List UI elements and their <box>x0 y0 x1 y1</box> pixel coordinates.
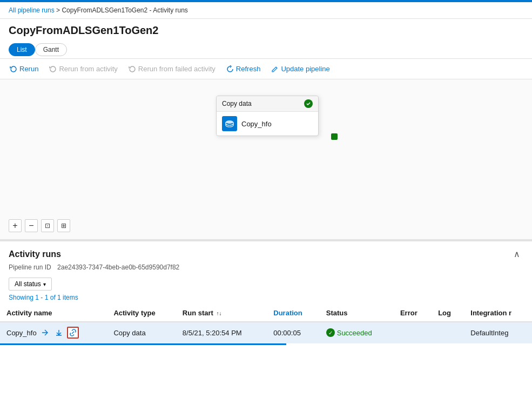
table-row[interactable]: Copy_hfo <box>0 322 532 343</box>
zoom-controls: + − ⊡ ⊞ <box>9 219 70 232</box>
rerun-from-failed-button[interactable]: Rerun from failed activity <box>123 62 221 76</box>
cell-log <box>432 322 464 343</box>
tab-gantt[interactable]: Gantt <box>35 43 67 56</box>
sort-icon: ↑↓ <box>217 310 222 316</box>
copy-data-icon <box>222 116 237 131</box>
cell-duration: 00:00:05 <box>267 322 319 343</box>
frame-button[interactable]: ⊞ <box>57 219 70 232</box>
showing-text: Showing 1 - 1 of 1 items <box>0 293 532 305</box>
breadcrumb-link[interactable]: All pipeline runs <box>9 6 55 14</box>
table-container: Activity name Activity type Run start ↑↓… <box>0 305 532 345</box>
activity-runs-title: Activity runs <box>9 249 61 259</box>
col-status: Status <box>320 305 394 322</box>
success-icon: ✓ <box>326 328 335 337</box>
filter-button[interactable]: All status ▾ <box>9 278 52 291</box>
pipeline-popup: Copy data Copy_hfo <box>216 96 319 136</box>
rerun-from-activity-button[interactable]: Rerun from activity <box>44 62 123 76</box>
popup-header: Copy data <box>217 96 318 112</box>
activity-runs-header: Activity runs ∧ <box>0 241 532 262</box>
diagram-area: Copy data Copy_hfo + − ⊡ ⊞ <box>0 79 532 241</box>
col-activity-type: Activity type <box>107 305 176 322</box>
rerun-from-failed-icon <box>129 65 136 73</box>
page-title: CopyFromADLSGen1ToGen2 <box>0 19 532 41</box>
breadcrumb-current: CopyFromADLSGen1ToGen2 - Activity runs <box>62 6 187 14</box>
breadcrumb: All pipeline runs > CopyFromADLSGen1ToGe… <box>0 2 532 19</box>
rerun-button[interactable]: Rerun <box>4 62 44 76</box>
popup-item-label: Copy_hfo <box>241 120 272 128</box>
cell-status: ✓ Succeeded <box>320 322 394 343</box>
toolbar: Rerun Rerun from activity Rerun from fai… <box>0 58 532 79</box>
tabs-row: List Gantt <box>0 41 532 58</box>
action-export-icon[interactable] <box>53 327 65 339</box>
rerun-from-activity-icon <box>49 65 57 73</box>
cell-integration: DefaultInteg <box>464 322 532 343</box>
svg-point-0 <box>226 120 233 124</box>
activity-runs-table: Activity name Activity type Run start ↑↓… <box>0 305 532 343</box>
collapse-button[interactable]: ∧ <box>510 248 523 260</box>
tab-list[interactable]: List <box>9 43 35 56</box>
cell-error <box>394 322 432 343</box>
col-error: Error <box>394 305 432 322</box>
col-activity-name: Activity name <box>0 305 107 322</box>
diagram-divider <box>0 239 532 241</box>
col-run-start[interactable]: Run start ↑↓ <box>176 305 267 322</box>
chevron-down-icon: ▾ <box>43 281 46 287</box>
popup-item[interactable]: Copy_hfo <box>217 112 318 136</box>
success-dot <box>304 99 313 108</box>
zoom-in-button[interactable]: + <box>9 219 22 232</box>
update-pipeline-button[interactable]: Update pipeline <box>266 62 335 76</box>
edit-icon <box>271 65 279 73</box>
progress-bar <box>0 343 286 345</box>
action-navigate-icon[interactable] <box>39 327 51 339</box>
zoom-out-button[interactable]: − <box>25 219 38 232</box>
pipeline-run-id-row: Pipeline run ID 2ae24393-7347-4beb-ae0b-… <box>0 262 532 275</box>
pipeline-run-id-value: 2ae24393-7347-4beb-ae0b-65d9590d7f82 <box>57 264 179 271</box>
filter-row: All status ▾ <box>0 275 532 293</box>
refresh-button[interactable]: Refresh <box>221 62 266 76</box>
bottom-section: Activity runs ∧ Pipeline run ID 2ae24393… <box>0 241 532 345</box>
rerun-icon <box>10 65 17 73</box>
cell-activity-type: Copy data <box>107 322 176 343</box>
refresh-icon <box>226 65 234 73</box>
fit-page-icon: ⊡ <box>45 222 50 229</box>
col-duration: Duration <box>267 305 319 322</box>
col-log: Log <box>432 305 464 322</box>
col-integration: Integration r <box>464 305 532 322</box>
cell-activity-name: Copy_hfo <box>0 322 107 343</box>
fit-page-button[interactable]: ⊡ <box>41 219 54 232</box>
node-indicator <box>331 133 338 140</box>
breadcrumb-separator: > <box>56 6 60 14</box>
cell-run-start: 8/5/21, 5:20:54 PM <box>176 322 267 343</box>
activity-name-cell: Copy_hfo <box>6 327 100 339</box>
frame-icon: ⊞ <box>61 222 66 229</box>
success-badge: ✓ Succeeded <box>326 328 387 337</box>
action-link-icon[interactable] <box>67 327 79 339</box>
